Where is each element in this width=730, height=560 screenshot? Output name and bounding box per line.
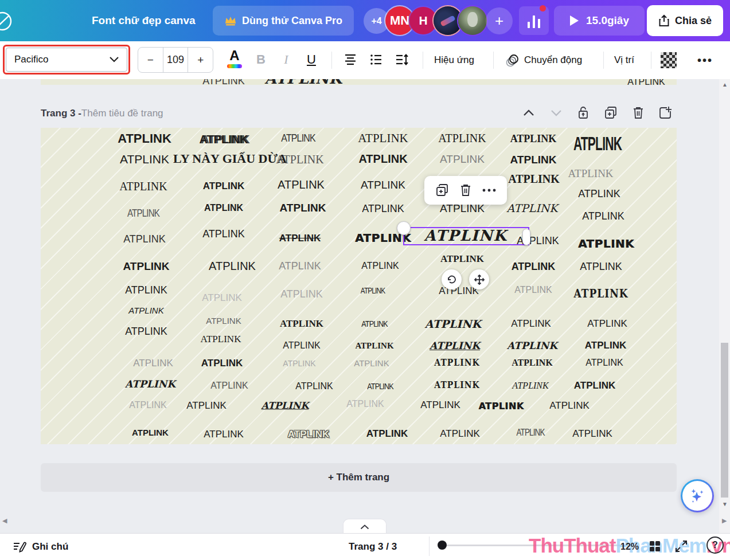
canvas-text[interactable]: ATPLINK (283, 358, 315, 369)
canvas-text[interactable]: ATPLINK (280, 202, 326, 214)
canvas-text[interactable]: ATPLINK (288, 429, 329, 440)
canvas-text[interactable]: ATPLINK (425, 318, 481, 330)
canvas-text[interactable]: ATPLINK (209, 260, 256, 273)
canvas-text[interactable]: ATPLINK (261, 400, 309, 411)
canvas-text[interactable]: ATPLINK (204, 203, 243, 213)
canvas-text[interactable]: ATPLINK (512, 358, 553, 368)
canvas-text[interactable]: ATPLINK (587, 318, 627, 330)
canvas-text[interactable]: ATPLINK (440, 153, 485, 166)
toolbar-more-button[interactable]: ••• (697, 41, 713, 79)
resize-handle-side[interactable] (522, 229, 530, 245)
spacing-button[interactable] (392, 49, 412, 70)
move-handle[interactable] (469, 269, 489, 289)
canvas-text[interactable]: ATPLINK (359, 319, 390, 329)
canvas-text[interactable]: ATPLINK (123, 260, 170, 273)
present-button[interactable]: 15.0giây (554, 6, 645, 36)
canvas-text[interactable]: ATPLINK (283, 340, 321, 351)
canvas-text[interactable]: ATPLINK (512, 261, 556, 273)
zoom-slider-knob[interactable] (438, 541, 447, 550)
canvas-text[interactable]: ATPLINK (478, 401, 524, 412)
canvas-text[interactable]: ATPLINK (430, 340, 480, 351)
italic-button[interactable]: I (276, 49, 296, 70)
avatar-h[interactable]: H (409, 7, 437, 34)
canvas-text[interactable]: ATPLINK (118, 131, 171, 146)
canvas-text[interactable]: ATPLINK (508, 173, 560, 186)
canvas-text[interactable]: ATPLINK (361, 179, 405, 191)
canvas-text[interactable]: ATPLINK (120, 152, 169, 166)
transparency-button[interactable] (661, 52, 677, 68)
element-more-button[interactable] (481, 182, 498, 199)
canvas-text[interactable]: ATPLINK (295, 381, 333, 391)
canvas-text[interactable]: ATPLINK (123, 233, 166, 245)
notes-button[interactable]: Ghi chú (13, 533, 68, 560)
move-page-up-button[interactable] (521, 105, 537, 121)
canvas-text[interactable]: ATPLINK (129, 400, 167, 410)
canvas-text[interactable]: ATPLINK (440, 428, 480, 440)
canvas-text[interactable]: ATPLINK (506, 202, 557, 214)
canvas-text[interactable]: ATPLINK (203, 181, 244, 192)
canvas-text[interactable]: ATPLINK (578, 188, 620, 200)
share-button[interactable]: Chia sẻ (647, 5, 723, 36)
canvas-text[interactable]: ATPLINK (572, 428, 612, 440)
list-button[interactable] (366, 49, 386, 70)
position-button[interactable]: Vị trí (614, 41, 634, 79)
rotate-handle[interactable] (442, 269, 462, 289)
help-button[interactable]: ? (706, 536, 724, 554)
canvas-text[interactable]: ATPLINK (280, 288, 323, 300)
canvas-text[interactable]: ATPLINK (132, 428, 169, 438)
canvas-text[interactable]: ATPLINK (358, 152, 407, 166)
canvas-text[interactable]: ATPLINK (186, 400, 227, 412)
canvas-text[interactable]: ATPLINK (278, 178, 325, 191)
canvas-text[interactable]: ATPLINK (204, 429, 244, 440)
design-title[interactable]: Font chữ đẹp canva (92, 0, 196, 41)
canvas-text[interactable]: ATPLINK (585, 358, 623, 368)
canvas-text[interactable]: ATPLINK (512, 381, 548, 391)
bold-button[interactable]: B (251, 49, 271, 70)
canvas-text[interactable]: ATPLINK (128, 306, 163, 316)
canvas-text[interactable]: ATPLINK (585, 340, 626, 351)
zoom-percentage[interactable]: 12% (620, 533, 639, 560)
canvas-text[interactable]: ATPLINK (510, 154, 557, 166)
zoom-slider-track[interactable] (440, 545, 633, 546)
canvas-text[interactable]: ATPLINK (510, 133, 557, 145)
canvas-text[interactable]: ATPLINK (511, 318, 551, 330)
canvas-text[interactable]: ATPLINK (201, 334, 241, 345)
canvas-text[interactable]: ATPLINK (514, 285, 552, 295)
selection-box[interactable] (403, 227, 529, 245)
scroll-down-arrow-icon[interactable]: ▼ (722, 501, 728, 507)
canvas-text[interactable]: ATPLINK (280, 318, 323, 330)
resize-handle-corner[interactable] (397, 221, 411, 235)
canvas-text[interactable]: ATPLINK (119, 180, 167, 193)
canvas-text[interactable]: LY NÀY GIẤU DỪA (173, 151, 287, 166)
canvas-text[interactable]: ATPLINK (440, 253, 484, 265)
canvas-text[interactable]: ATPLINK (355, 340, 393, 351)
scroll-right-arrow-icon[interactable]: ▶ (722, 517, 727, 524)
scroll-left-arrow-icon[interactable]: ◀ (2, 517, 7, 524)
canvas-text[interactable]: ATPLINK (361, 261, 399, 271)
canvas-text[interactable]: ATPLINK (202, 292, 242, 304)
canvas-text[interactable]: ATPLINK (574, 380, 615, 391)
move-page-down-button[interactable] (548, 105, 564, 121)
canvas-text[interactable]: ATPLINK (568, 167, 613, 180)
canvas-page[interactable]: ATPLINKATPLINKATPLINKATPLINKATPLINKATPLI… (41, 128, 677, 444)
canvas-text[interactable]: ATPLINK (346, 399, 384, 409)
canvas-text[interactable]: ATPLINK (567, 136, 628, 154)
canvas-text[interactable]: ATPLINK (438, 132, 486, 145)
scrollbar-thumb[interactable] (721, 343, 728, 498)
canvas-text[interactable]: ATPLINK (125, 378, 175, 390)
underline-button[interactable]: U (302, 49, 321, 70)
font-size-increase-button[interactable]: + (188, 48, 213, 72)
grid-view-button[interactable] (646, 537, 664, 555)
duplicate-page-button[interactable] (603, 105, 619, 121)
ai-assistant-button[interactable] (681, 479, 714, 512)
canvas-text[interactable]: ATPLINK (279, 233, 321, 244)
canvas-text[interactable]: ATPLINK (201, 358, 243, 369)
footer-collapse-tab[interactable] (343, 519, 387, 534)
previous-page-edge[interactable]: ATPLINKATPLINKATPLINK (41, 79, 677, 85)
font-size-decrease-button[interactable]: − (138, 48, 163, 72)
canvas-text[interactable]: ATPLINK (420, 400, 460, 411)
canvas-text[interactable]: ATPLINK (199, 133, 248, 146)
canvas-text[interactable]: ATPLINK (206, 316, 241, 326)
canvas-text[interactable]: ATPLINK (434, 357, 479, 367)
page-header-placeholder[interactable]: Thêm tiêu đề trang (81, 108, 163, 119)
